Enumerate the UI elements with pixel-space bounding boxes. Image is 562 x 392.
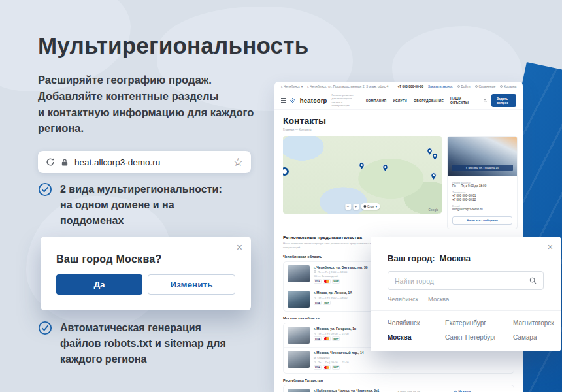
payment-mir: МИР — [332, 279, 340, 284]
nav-projects[interactable]: НАШИ ОБЪЕКТЫ — [450, 97, 469, 105]
map-pin-icon[interactable] — [359, 162, 365, 170]
logo-text[interactable]: heatcorp — [300, 97, 327, 104]
url-text[interactable]: heat.allcorp3-demo.ru — [74, 157, 227, 167]
breadcrumb[interactable]: Главная — Контакты — [283, 128, 514, 131]
office-thumbnail — [288, 389, 310, 392]
payment-mir: МИР — [332, 336, 340, 341]
office-photo: г. Москва, ул. Пушкина 15 — [448, 137, 517, 176]
office-title[interactable]: г. Челябинск, ул. Энтузиастов, 30 — [314, 265, 368, 269]
topbar-address: г. Челябинск, ул. Производственная 2, 3 … — [307, 84, 388, 88]
nav-company[interactable]: КОМПАНИЯ — [366, 99, 387, 103]
payment-mastercard — [323, 365, 331, 370]
city-option[interactable]: Санкт-Петербург — [445, 334, 513, 341]
office-title[interactable]: г. Набережные Челны, ул. Чистопол, 9к1 — [314, 389, 392, 392]
close-icon[interactable]: × — [237, 242, 242, 253]
recent-city[interactable]: Челябинск — [388, 295, 418, 302]
contacts-heading: Контакты — [283, 116, 514, 126]
callback-link[interactable]: Заказать звонок — [428, 84, 452, 88]
arrow-right-icon[interactable]: → — [505, 390, 510, 392]
city-confirm-popup: × Ваш город Москва? Да Изменить — [41, 237, 251, 310]
page: Мультирегиональность Расширяйте географи… — [0, 0, 562, 392]
city-popup-current: Москва — [440, 253, 471, 263]
city-option-selected[interactable]: Москва — [388, 334, 445, 341]
search-icon[interactable] — [484, 98, 487, 103]
cart-link[interactable]: Корзина — [500, 84, 516, 88]
page-title: Мультирегиональность — [38, 33, 308, 59]
user-icon — [457, 85, 460, 88]
map-pin-icon[interactable] — [382, 164, 388, 172]
payment-visa: VISA — [314, 301, 322, 305]
office-phone[interactable]: +7 000 000-00-01 — [452, 194, 512, 199]
contacts-map[interactable]: − + Слои▾ Google — [283, 136, 442, 214]
clock-icon — [314, 270, 316, 273]
search-icon[interactable] — [529, 277, 537, 284]
browser-url-bar[interactable]: heat.allcorp3-demo.ru ☆ — [38, 151, 251, 173]
show-on-map-link[interactable]: На карте — [454, 390, 471, 392]
check-circle-icon — [38, 182, 52, 197]
topbar-city-selector[interactable]: г. Челябинск▾ — [281, 84, 303, 88]
map-zoom-in-button[interactable]: + — [353, 204, 359, 210]
change-city-button[interactable]: Изменить — [148, 274, 235, 295]
office-hours: Пн — Пт | 09:00 — 21:00 — [318, 361, 349, 364]
clock-icon — [314, 297, 316, 299]
nav-equipment[interactable]: ОБОРУДОВАНИЕ — [414, 99, 444, 103]
recent-city[interactable]: Москва — [428, 295, 449, 302]
payment-visa: VISA — [314, 365, 322, 370]
nav-services[interactable]: УСЛУГИ — [393, 99, 407, 103]
office-title[interactable]: г. Москва, Чечевичный пер., 14 — [314, 351, 364, 355]
site-topbar: г. Челябинск▾ г. Челябинск, ул. Производ… — [274, 82, 523, 91]
feature-text: 2 вида мультирегиональности: на одном до… — [60, 182, 242, 229]
yes-button[interactable]: Да — [56, 274, 142, 295]
office-email[interactable]: info@allcorp3-demo.ru — [452, 208, 512, 212]
office-hours-extra: Сб — Вс выходной — [314, 274, 368, 278]
office-thumbnail — [288, 265, 310, 282]
city-search-box[interactable] — [388, 271, 544, 290]
map-layers-button[interactable]: Слои▾ — [361, 203, 380, 210]
payment-visa: VISA — [314, 279, 322, 284]
map-pin-icon[interactable] — [431, 172, 437, 180]
ask-question-button[interactable]: Задать вопрос — [491, 94, 516, 107]
divider — [371, 310, 561, 311]
city-option[interactable]: Екатеринбург — [445, 319, 513, 327]
payment-mir: МИР — [332, 365, 340, 370]
topbar-city[interactable]: г. Челябинск — [281, 84, 300, 88]
city-option[interactable]: Магнитогорск — [513, 319, 554, 327]
close-icon[interactable]: × — [548, 242, 553, 252]
site-header: heatcorp Готовые решения для инженерных … — [274, 91, 523, 110]
office-title[interactable]: г. Миасс, пр. Ленина, 1А — [314, 291, 352, 295]
topbar-phone[interactable]: +7 000 000-00-00 — [397, 84, 423, 88]
office-phone[interactable]: +7 (000) 000-00-00 — [396, 390, 420, 392]
write-message-button[interactable]: Написать сообщение — [452, 216, 512, 225]
payment-mastercard — [323, 279, 331, 284]
clock-icon — [314, 333, 316, 335]
area-tatarstan: Республика Татарстан — [283, 378, 514, 382]
office-title[interactable]: г. Москва, ул. Гагарина, 1в — [314, 327, 356, 331]
payment-visa: VISA — [314, 336, 322, 341]
office-list-item[interactable]: г. Набережные Челны, ул. Чистопол, 9к1 П… — [284, 385, 514, 392]
compare-link[interactable]: Сравнение — [475, 84, 496, 88]
map-cluster-marker[interactable] — [283, 167, 289, 176]
feature-item: Автоматическая генерация файлов robots.t… — [38, 320, 247, 367]
chevron-down-icon: ▾ — [301, 84, 303, 88]
menu-icon[interactable] — [281, 98, 286, 103]
bookmark-star-icon[interactable]: ☆ — [233, 157, 243, 168]
office-thumbnail — [288, 291, 310, 308]
office-hours: Пн — Пт | 9:00 — 18:00 — [318, 296, 347, 299]
reload-icon[interactable] — [46, 157, 55, 167]
city-option[interactable]: Самара — [513, 334, 554, 341]
feature-item: 2 вида мультирегиональности: на одном до… — [38, 182, 247, 229]
office-phone[interactable]: +7 000 000-00-22 — [452, 198, 512, 203]
logo-icon — [290, 96, 295, 105]
nav-more[interactable]: ··· — [475, 99, 479, 103]
city-search-input[interactable] — [395, 277, 529, 285]
login-link[interactable]: Войти — [457, 84, 471, 88]
office-hours: Пн — Пт | 9:00 — 18:00 — [318, 270, 347, 274]
office-thumbnail — [288, 351, 310, 368]
city-option[interactable]: Челябинск — [388, 319, 445, 327]
pin-icon — [454, 390, 457, 392]
chevron-down-icon: ▾ — [376, 205, 377, 208]
map-pin-icon[interactable] — [432, 153, 438, 161]
map-zoom-out-button[interactable]: − — [345, 204, 351, 210]
office-thumbnail — [288, 327, 310, 344]
office-address-caption: г. Москва, ул. Пушкина 15 — [452, 165, 513, 171]
